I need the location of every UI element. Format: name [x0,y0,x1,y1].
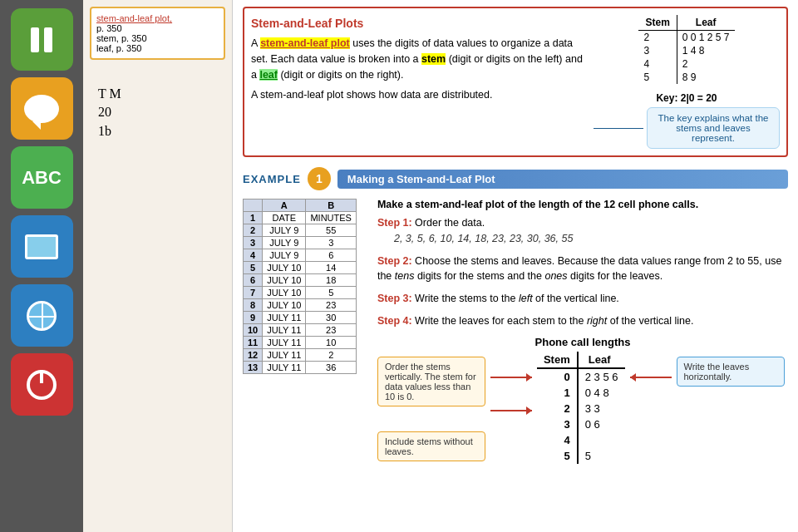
sl-leaf-0: 2 3 5 6 [578,368,625,385]
step3-label: Step 3: [377,293,412,304]
phonecall-display: Order the stems vertically. The stem for… [377,352,788,464]
sl-display-table: Stem Leaf 02 3 5 6 10 4 8 23 3 30 6 [537,352,625,464]
definition-title: Stem-and-Leaf Plots [251,15,585,32]
stem-header: Stem [638,15,677,31]
example-header: EXAMPLE 1 Making a Stem-and-Leaf Plot [243,167,788,190]
callout-key: The key explains what the stems and leav… [647,107,780,149]
sl-leaf-2: 3 3 [578,401,625,416]
right-annotation-area: Write the leaves horizontally. [677,352,785,387]
problem-statement: Make a stem-and-leaf plot of the length … [377,199,788,210]
annotation-include: Include stems without leaves. [377,431,485,461]
definition-body: A stem-and-leaf plot uses the digits of … [251,36,585,82]
steps-container: Make a stem-and-leaf plot of the length … [377,199,788,464]
vocab-link-stem-leaf[interactable]: stem-and-leaf plot, [96,13,172,23]
sl-stem-1: 1 [537,385,578,401]
step1: Step 1: Order the data. 2, 3, 5, 6, 10, … [377,215,788,247]
annotation-leaves: Write the leaves horizontally. [677,357,785,387]
definition-table-container: Stem Leaf 20 0 1 2 5 7 31 4 8 42 58 9 Ke… [594,15,780,149]
vocab-page2: p. 350 [121,33,147,43]
abc-button[interactable]: ABC [11,146,73,209]
example-label: EXAMPLE [243,173,301,185]
arrow-leaves [630,377,672,378]
example-title: Making a Stem-and-Leaf Plot [337,170,788,189]
sl-display-wrapper: Stem Leaf 02 3 5 6 10 4 8 23 3 30 6 [537,352,625,464]
sl-stem-5: 5 [537,448,578,464]
step1-data: 2, 3, 5, 6, 10, 14, 18, 23, 23, 30, 36, … [394,231,788,247]
step4-text: Write the leaves for each stem to the ri… [415,315,693,327]
key-text: Key: 2|0 = 20 [656,92,717,104]
vocab-box: stem-and-leaf plot, p. 350 stem, p. 350 … [90,7,225,60]
table-stem: 5 [638,71,677,84]
col-a-header: A [263,200,306,212]
left-annotation-area: Order the stems vertically. The stem for… [377,352,485,461]
table-leaf: 1 4 8 [677,44,734,57]
step3-text: Write the stems to the left of the verti… [415,293,619,304]
abc-label: ABC [22,167,62,189]
definition-section: Stem-and-Leaf Plots A stem-and-leaf plot… [243,7,788,157]
globe-button[interactable] [11,284,73,347]
leaf-highlight: leaf [259,69,278,81]
arrow-stems [490,377,532,378]
main-content: stem-and-leaf plot, p. 350 stem, p. 350 … [83,0,798,532]
col-num-header [244,200,263,212]
right-arrows [630,352,672,378]
col-b-header: B [306,200,357,212]
data-table-wrapper: A B 1DATEMINUTES 2JULY 955 3JULY 93 4JUL… [243,199,369,464]
content-area[interactable]: Stem-and-Leaf Plots A stem-and-leaf plot… [233,0,798,532]
vocab-stem-label: stem, [96,33,119,43]
phonecall-section: Phone call lengths Order the stems verti… [377,336,788,464]
stem-highlight: stem [421,53,446,65]
handwriting-notes: T M 20 1b [98,85,225,140]
table-stem: 3 [638,44,677,57]
step1-text: Order the data. [415,217,485,229]
monitor-button[interactable] [11,215,73,278]
step4: Step 4: Write the leaves for each stem t… [377,313,788,329]
definition-note: A stem-and-leaf plot shows how data are … [251,87,585,103]
vocab-page1: p. 350 [96,23,122,33]
sl-leaf-5: 5 [578,448,625,464]
step2: Step 2: Choose the stems and leaves. Bec… [377,254,788,285]
definition-text: Stem-and-Leaf Plots A stem-and-leaf plot… [251,15,585,149]
step1-label: Step 1: [377,217,412,229]
vocab-leaf-label: leaf, [96,43,114,53]
sl-stem-3: 3 [537,416,578,432]
step2-label: Step 2: [377,255,412,267]
leaf-header: Leaf [677,15,734,31]
definition-sl-table: Stem Leaf 20 0 1 2 5 7 31 4 8 42 58 9 [638,15,734,84]
power-button[interactable] [11,353,73,416]
pause-button[interactable] [11,8,73,71]
table-leaf: 2 [677,57,734,71]
table-leaf: 8 9 [677,71,734,84]
arrow-include [490,410,532,411]
table-stem: 4 [638,57,677,71]
annotation-stems: Order the stems vertically. The stem for… [377,357,485,406]
stem-leaf-highlight: stem-and-leaf plot [260,37,350,49]
vocab-page3: p. 350 [116,43,142,53]
sl-stem-header: Stem [537,352,578,368]
sl-stem-0: 0 [537,368,578,385]
sl-leaf-4 [578,432,625,448]
sl-leaf-1: 0 4 8 [578,385,625,401]
table-stem: 2 [638,31,677,45]
table-leaf: 0 0 1 2 5 7 [677,31,734,45]
toolbar: ABC [0,0,83,532]
sl-leaf-header: Leaf [578,352,625,368]
step3: Step 3: Write the stems to the left of t… [377,291,788,307]
step2-text: Choose the stems and leaves. Because the… [377,255,781,283]
example-content: A B 1DATEMINUTES 2JULY 955 3JULY 93 4JUL… [243,199,788,464]
left-arrows [490,352,532,411]
left-panel: stem-and-leaf plot, p. 350 stem, p. 350 … [83,0,233,532]
sl-leaf-3: 0 6 [578,416,625,432]
sl-stem-4: 4 [537,432,578,448]
step4-label: Step 4: [377,315,412,327]
data-table: A B 1DATEMINUTES 2JULY 955 3JULY 93 4JUL… [243,199,357,374]
sl-stem-2: 2 [537,401,578,416]
chat-button[interactable] [11,77,73,140]
phonecall-title: Phone call lengths [377,336,788,348]
example-number: 1 [308,167,331,190]
